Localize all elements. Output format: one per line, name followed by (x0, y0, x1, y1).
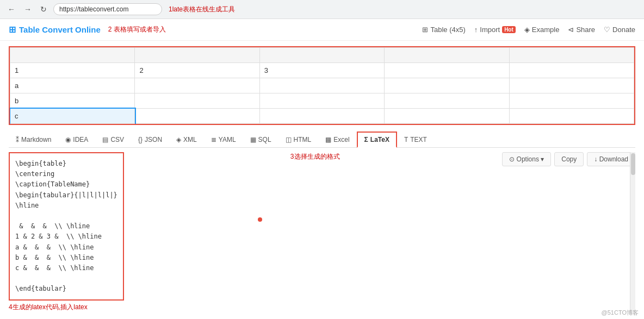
tab-excel-label: Excel (333, 136, 349, 143)
table-cell[interactable] (509, 63, 634, 78)
tab-sql[interactable]: ▦ SQL (243, 132, 278, 147)
back-button[interactable]: ← (5, 4, 17, 15)
browser-bar: ← → ↻ 1late表格在线生成工具 (0, 0, 644, 19)
text-icon: T (404, 136, 408, 143)
table-cell[interactable] (509, 109, 634, 124)
copy-button[interactable]: Copy (554, 152, 584, 166)
table-cell[interactable] (135, 48, 259, 63)
table-row: b (10, 93, 634, 109)
table-cell-active[interactable]: c (10, 109, 135, 124)
scrollbar-thumb[interactable] (631, 153, 635, 175)
hot-badge: Hot (502, 26, 516, 33)
json-icon: {} (138, 136, 143, 143)
table-row: a (10, 78, 634, 93)
table-icon: ⊞ (422, 26, 428, 34)
data-table: 1 2 3 a b c (10, 47, 634, 124)
output-code[interactable]: \begin{table} \centering \caption{TableN… (9, 152, 124, 301)
tab-xml[interactable]: ◈ XML (169, 132, 204, 147)
tab-excel[interactable]: ▩ Excel (318, 132, 356, 147)
refresh-button[interactable]: ↻ (38, 4, 49, 15)
table-cell[interactable] (385, 63, 509, 78)
tab-text-label: TEXT (410, 136, 427, 143)
example-icon: ◈ (524, 26, 530, 34)
output-section: \begin{table} \centering \caption{TableN… (9, 152, 635, 315)
table-cell[interactable] (259, 109, 384, 124)
table-cell[interactable] (385, 48, 509, 63)
table-cell[interactable] (259, 48, 384, 63)
output-actions: ⊙ Options ▾ Copy ↓ Download (502, 152, 635, 166)
import-button[interactable]: ↑ Import Hot (474, 26, 516, 34)
table-cell[interactable] (135, 109, 259, 124)
tab-text[interactable]: T TEXT (397, 132, 434, 147)
tab-html-label: HTML (294, 136, 312, 143)
output-hints: 3选择生成的格式 ⊙ Options ▾ Copy ↓ Download (133, 152, 635, 315)
tab-idea[interactable]: ◉ IDEA (58, 132, 95, 147)
table-info-label: Table (4x5) (430, 26, 465, 34)
table-cell[interactable] (385, 78, 509, 93)
table-cell[interactable] (135, 93, 259, 109)
hint-code-label: 4生成的latex代码,插入latex (9, 303, 124, 312)
table-cell[interactable] (259, 78, 384, 93)
table-cell[interactable] (259, 93, 384, 109)
table-cell[interactable]: 3 (259, 63, 384, 78)
table-cell[interactable] (509, 93, 634, 109)
tab-html[interactable]: ◫ HTML (278, 132, 319, 147)
logo-icon: ⊞ (9, 24, 16, 35)
table-row: 1 2 3 (10, 63, 634, 78)
table-cell[interactable]: b (10, 93, 135, 109)
donate-button[interactable]: ♡ Donate (604, 26, 635, 34)
tab-json[interactable]: {} JSON (131, 132, 169, 147)
table-editor: 1 2 3 a b c (9, 46, 635, 125)
import-label: Import (480, 26, 500, 34)
example-label: Example (532, 26, 560, 34)
xml-icon: ◈ (176, 136, 181, 143)
example-button[interactable]: ◈ Example (524, 26, 560, 34)
url-input[interactable] (53, 3, 162, 15)
table-info: ⊞ Table (4x5) (422, 26, 465, 34)
csv-icon: ▤ (102, 136, 108, 143)
forward-button[interactable]: → (22, 4, 34, 15)
tab-latex[interactable]: Σ LaTeX (357, 132, 397, 148)
donate-icon: ♡ (604, 26, 610, 34)
app-logo: ⊞ Table Convert Online (9, 24, 101, 35)
tab-csv[interactable]: ▤ CSV (95, 132, 131, 147)
tab-latex-label: LaTeX (370, 136, 389, 143)
tab-yaml-label: YAML (219, 136, 236, 143)
table-row (10, 48, 634, 63)
share-button[interactable]: ⊲ Share (568, 26, 595, 34)
table-cell[interactable] (385, 109, 509, 124)
tab-markdown[interactable]: ⁑ Markdown (9, 132, 58, 147)
table-cell[interactable] (10, 48, 135, 63)
format-tabs: ⁑ Markdown ◉ IDEA ▤ CSV {} JSON ◈ XML ≣ … (9, 132, 635, 148)
header-step2: 2 表格填写或者导入 (108, 25, 166, 34)
tab-json-label: JSON (145, 136, 162, 143)
yaml-icon: ≣ (211, 136, 216, 143)
tab-markdown-label: Markdown (21, 136, 51, 143)
table-cell[interactable] (509, 78, 634, 93)
table-cell[interactable]: a (10, 78, 135, 93)
table-cell[interactable] (135, 78, 259, 93)
markdown-icon: ⁑ (16, 136, 19, 143)
tab-idea-label: IDEA (73, 136, 88, 143)
excel-icon: ▩ (325, 136, 331, 143)
table-cell[interactable] (509, 48, 634, 63)
options-button[interactable]: ⊙ Options ▾ (502, 152, 551, 166)
tab-yaml[interactable]: ≣ YAML (204, 132, 243, 147)
table-cell[interactable]: 2 (135, 63, 259, 78)
hint-format-label: 3选择生成的格式 (290, 152, 340, 161)
app-header: ⊞ Table Convert Online 2 表格填写或者导入 ⊞ Tabl… (0, 19, 644, 41)
table-cell[interactable]: 1 (10, 63, 135, 78)
watermark: @51CTO博客 (602, 309, 639, 317)
share-label: Share (576, 26, 595, 34)
download-button[interactable]: ↓ Download (587, 152, 635, 166)
tab-csv-label: CSV (110, 136, 124, 143)
tab-xml-label: XML (183, 136, 197, 143)
idea-icon: ◉ (65, 136, 71, 143)
header-right: ⊞ Table (4x5) ↑ Import Hot ◈ Example ⊲ S… (422, 26, 635, 34)
table-cell[interactable] (385, 93, 509, 109)
donate-label: Donate (612, 26, 635, 34)
html-icon: ◫ (286, 136, 292, 143)
app-title: Table Convert Online (19, 25, 101, 34)
main-content: 1 2 3 a b c (0, 41, 644, 319)
scrollbar-track[interactable] (630, 152, 635, 315)
